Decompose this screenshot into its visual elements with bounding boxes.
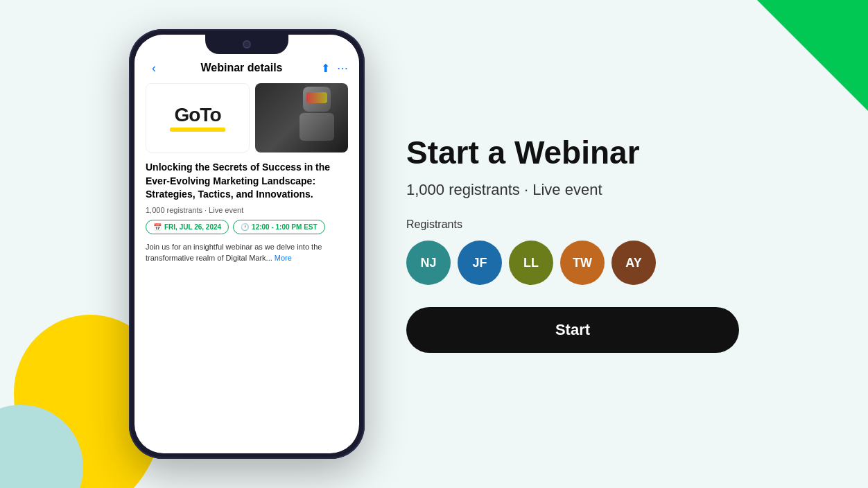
phone-screen: ‹ Webinar details ⬆ ⋯ GoTo [134, 35, 359, 453]
webinar-logo: GoTo [146, 83, 250, 152]
phone-content: ‹ Webinar details ⬆ ⋯ GoTo [134, 35, 359, 453]
phone-header-title: Webinar details [201, 62, 283, 74]
avatar-jf: JF [458, 241, 502, 285]
time-badge: 🕐 12:00 - 1:00 PM EST [233, 220, 324, 234]
clock-icon: 🕐 [241, 223, 249, 231]
start-title: Start a Webinar [406, 135, 739, 171]
phone-header-actions: ⬆ ⋯ [321, 62, 348, 75]
more-link[interactable]: More [275, 254, 292, 262]
goto-underline [170, 128, 225, 132]
right-panel: Start a Webinar 1,000 registrants · Live… [406, 135, 739, 354]
registrants-label: Registrants [406, 218, 739, 231]
avatar-ll: LL [509, 241, 553, 285]
back-button[interactable]: ‹ [146, 60, 162, 76]
avatar-tw: TW [560, 241, 605, 285]
webinar-meta: 1,000 registrants · Live event [146, 206, 348, 214]
avatars-row: NJ JF LL TW AY [406, 241, 739, 285]
webinar-hero: GoTo [146, 83, 348, 152]
more-icon[interactable]: ⋯ [337, 62, 348, 75]
webinar-badges: 📅 FRI, JUL 26, 2024 🕐 12:00 - 1:00 PM ES… [146, 220, 348, 234]
date-badge-text: FRI, JUL 26, 2024 [164, 223, 221, 231]
upload-icon[interactable]: ⬆ [321, 62, 330, 75]
webinar-description: Join us for an insightful webinar as we … [146, 241, 348, 264]
phone-camera [243, 40, 251, 49]
date-badge: 📅 FRI, JUL 26, 2024 [146, 220, 229, 234]
webinar-title: Unlocking the Secrets of Success in the … [146, 161, 348, 202]
avatar-nj: NJ [406, 241, 451, 285]
robot-image [293, 87, 341, 149]
goto-logo-text: GoTo [174, 104, 220, 126]
event-info: 1,000 registrants · Live event [406, 181, 739, 199]
robot-visor [306, 92, 327, 103]
robot-head [303, 87, 331, 112]
webinar-image [255, 83, 348, 152]
time-badge-text: 12:00 - 1:00 PM EST [252, 223, 317, 231]
start-button[interactable]: Start [406, 307, 739, 353]
calendar-icon: 📅 [153, 223, 162, 231]
phone-container: ‹ Webinar details ⬆ ⋯ GoTo [129, 29, 365, 459]
phone-body: GoTo [134, 83, 359, 453]
phone-mockup: ‹ Webinar details ⬆ ⋯ GoTo [129, 29, 365, 459]
phone-notch [205, 35, 288, 54]
avatar-ay: AY [611, 241, 656, 285]
main-container: ‹ Webinar details ⬆ ⋯ GoTo [0, 0, 868, 488]
robot-body [300, 113, 334, 141]
